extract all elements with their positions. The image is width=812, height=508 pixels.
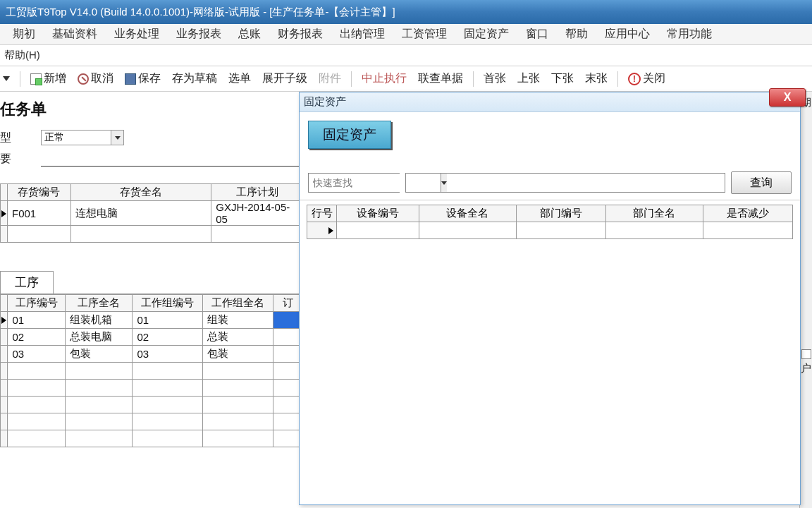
table-row[interactable] (1, 397, 303, 413)
menu-item[interactable]: 工资管理 (393, 27, 455, 42)
col-header[interactable]: 存货编号 (7, 184, 70, 201)
menu-item[interactable]: 窗口 (517, 27, 557, 42)
menu-item[interactable]: 帮助 (557, 27, 596, 42)
help-label[interactable]: 帮助(H) (4, 49, 40, 62)
menu-item[interactable]: 常用功能 (658, 27, 720, 42)
table-row[interactable] (1, 430, 303, 447)
table-row[interactable] (1, 363, 303, 380)
menu-item[interactable]: 应用中心 (596, 27, 658, 42)
col-header[interactable]: 部门编号 (516, 205, 605, 222)
next-button[interactable]: 下张 (546, 66, 579, 91)
help-row: 帮助(H) (0, 45, 812, 66)
save-button[interactable]: 保存 (119, 66, 166, 91)
dialog-title: 固定资产 (304, 95, 346, 109)
chevron-down-icon[interactable] (111, 130, 124, 145)
abort-button[interactable]: 中止执行 (356, 66, 412, 91)
col-header[interactable]: 设备编号 (337, 205, 419, 222)
main-menubar: 期初 基础资料 业务处理 业务报表 总账 财务报表 出纳管理 工资管理 固定资产… (0, 24, 812, 45)
menu-item[interactable]: 业务处理 (106, 27, 168, 42)
menu-item[interactable]: 业务报表 (168, 27, 230, 42)
menu-item[interactable]: 固定资产 (455, 27, 517, 42)
save-icon (125, 73, 136, 85)
query-button[interactable]: 查询 (731, 171, 792, 194)
fixed-asset-dialog: 固定资产 X 固定资产 查询 行号 设备编号 设备全名 部门编号 (299, 92, 801, 505)
cancel-button[interactable]: 取消 (72, 66, 119, 91)
menu-item[interactable]: 财务报表 (269, 27, 331, 42)
select-button[interactable]: 选单 (223, 66, 257, 91)
asset-grid-body (307, 239, 793, 465)
draft-button[interactable]: 存为草稿 (166, 66, 223, 91)
prev-button[interactable]: 上张 (512, 66, 546, 91)
last-button[interactable]: 末张 (579, 66, 613, 91)
right-nav-strip: 期 户 (799, 92, 812, 508)
col-header[interactable]: 工序全名 (65, 295, 133, 312)
linkquery-button[interactable]: 联查单据 (412, 66, 469, 91)
dialog-titlebar[interactable]: 固定资产 X (300, 92, 800, 112)
fixed-asset-tab-button[interactable]: 固定资产 (308, 121, 391, 149)
col-header[interactable]: 设备全名 (419, 205, 516, 222)
col-header[interactable]: 工序编号 (8, 295, 65, 312)
col-header[interactable]: 存货全名 (70, 184, 211, 201)
toolbar-dropdown-icon[interactable] (3, 76, 10, 81)
window-titlebar: 工贸版T9Top V14.0 (Build 14.0.0.1001)-网络版-试… (0, 0, 812, 24)
table-row[interactable] (1, 380, 303, 397)
new-button[interactable]: 新增 (25, 66, 72, 91)
content-area: 任务单 型 要 存货编号 存货全名 工序计划 F001 连想电脑 GXJH-20… (0, 92, 812, 508)
table-row[interactable]: 02 总装电脑 02 总装 (1, 329, 303, 346)
cell[interactable]: F001 (7, 201, 70, 226)
close-icon: ! (628, 73, 641, 85)
cancel-icon (78, 73, 89, 85)
type-combo[interactable] (41, 130, 124, 145)
inventory-grid[interactable]: 存货编号 存货全名 工序计划 F001 连想电脑 GXJH-2014-05-05 (0, 183, 303, 243)
tab-process[interactable]: 工序 (0, 271, 54, 294)
new-icon (30, 73, 42, 85)
attach-button[interactable]: 附件 (313, 66, 347, 91)
table-row[interactable] (1, 226, 303, 243)
table-row[interactable] (1, 413, 303, 430)
row-header (1, 184, 8, 201)
menu-item[interactable]: 出纳管理 (331, 27, 393, 42)
summary-label: 要 (0, 152, 37, 167)
menu-item[interactable]: 期初 (4, 27, 44, 42)
table-row[interactable]: 03 包装 03 包装 (1, 346, 303, 363)
search-text-input[interactable] (405, 173, 725, 193)
col-header[interactable]: 工作组全名 (203, 295, 273, 312)
cell[interactable]: 连想电脑 (70, 201, 211, 226)
col-header[interactable]: 是否减少 (703, 205, 792, 222)
col-header[interactable]: 工序计划 (211, 184, 303, 201)
asset-grid[interactable]: 行号 设备编号 设备全名 部门编号 部门全名 是否减少 (307, 205, 793, 239)
table-row[interactable] (307, 222, 793, 239)
close-x-icon: X (784, 91, 792, 104)
cell[interactable]: GXJH-2014-05-05 (211, 201, 303, 226)
quickfind-combo[interactable] (308, 173, 400, 193)
col-header[interactable]: 工作组编号 (133, 295, 203, 312)
table-row[interactable]: 01 组装机箱 01 组装 (1, 312, 303, 329)
menu-item[interactable]: 总账 (230, 27, 269, 42)
first-button[interactable]: 首张 (478, 66, 512, 91)
process-grid[interactable]: 工序编号 工序全名 工作组编号 工作组全名 订 01 组装机箱 01 组装 02… (0, 294, 303, 447)
table-row[interactable]: F001 连想电脑 GXJH-2014-05-05 (1, 201, 303, 226)
col-header[interactable]: 部门全名 (605, 205, 703, 222)
window-title: 工贸版T9Top V14.0 (Build 14.0.0.1001)-网络版-试… (6, 6, 395, 19)
close-button[interactable]: !关闭 (622, 66, 671, 91)
col-header[interactable]: 行号 (307, 205, 337, 222)
dialog-search-row: 查询 (300, 157, 800, 200)
expand-button[interactable]: 展开子级 (257, 66, 313, 91)
type-label: 型 (0, 131, 37, 145)
type-input[interactable] (41, 130, 111, 145)
menu-item[interactable]: 基础资料 (44, 27, 106, 42)
toolbar: 新增 取消 保存 存为草稿 选单 展开子级 附件 中止执行 联查单据 首张 上张… (0, 66, 812, 92)
right-char: 户 (800, 362, 812, 375)
dialog-close-button[interactable]: X (769, 88, 806, 107)
nav-box-icon[interactable] (801, 349, 811, 359)
